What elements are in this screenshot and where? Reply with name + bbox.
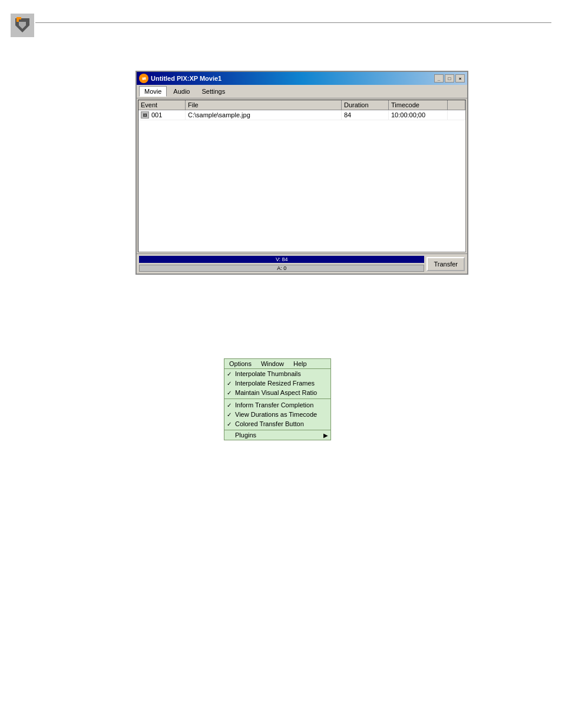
cell-extra	[448, 110, 465, 120]
tab-settings[interactable]: Settings	[196, 86, 230, 97]
a-progress-row: A: 0	[139, 264, 424, 272]
menu-item-plugins[interactable]: Plugins ▶	[224, 430, 330, 440]
a-progress-bar: A: 0	[139, 265, 424, 272]
tab-movie[interactable]: Movie	[139, 86, 167, 97]
checkmark-maintain-visual-aspect-ratio: ✓	[227, 390, 232, 396]
menu-item-view-durations-as-timecode[interactable]: ✓ View Durations as Timecode	[224, 410, 330, 419]
menu-separator-1	[224, 398, 330, 399]
menu-item-colored-transfer-button[interactable]: ✓ Colored Transfer Button	[224, 419, 330, 429]
transfer-button[interactable]: Transfer	[427, 257, 465, 271]
cell-event: 🖼 001	[138, 110, 186, 120]
col-file: File	[186, 100, 342, 110]
checkmark-interpolate-resized-frames: ✓	[227, 380, 232, 387]
checkmark-inform-transfer-completion: ✓	[227, 402, 232, 409]
svg-rect-4	[16, 17, 21, 19]
app-title-icon: ⇄	[139, 74, 148, 83]
progress-section: V: 84 A: 0	[139, 255, 424, 272]
file-icon: 🖼	[141, 111, 149, 118]
title-controls[interactable]: _ □ ×	[434, 74, 465, 83]
app-window: ⇄ Untitled PIX:XP Movie1 _ □ × Movie Aud…	[135, 71, 468, 275]
table-row[interactable]: 🖼 001 C:\sample\sample.jpg 84 10:00:00;0…	[138, 110, 465, 120]
table-header: Event File Duration Timecode	[138, 100, 465, 110]
menu-item-interpolate-resized-frames[interactable]: ✓ Interpolate Resized Frames	[224, 378, 330, 388]
tab-bar: Movie Audio Settings	[137, 85, 467, 98]
dropdown-header: Options Window Help	[224, 359, 330, 369]
cell-file: C:\sample\sample.jpg	[186, 110, 342, 120]
status-bar: V: 84 A: 0 Transfer	[137, 253, 467, 274]
options-dropdown-menu: Options Window Help ✓ Interpolate Thumbn…	[224, 358, 331, 440]
menu-help[interactable]: Help	[289, 359, 312, 368]
checkmark-colored-transfer-button: ✓	[227, 421, 232, 427]
menu-item-inform-transfer-completion[interactable]: ✓ Inform Transfer Completion	[224, 400, 330, 410]
menu-options[interactable]: Options	[224, 359, 256, 368]
col-event: Event	[138, 100, 186, 110]
close-button[interactable]: ×	[455, 74, 465, 83]
title-bar-left: ⇄ Untitled PIX:XP Movie1	[139, 74, 222, 83]
v-progress-row: V: 84	[139, 255, 424, 263]
checkmark-view-durations-as-timecode: ✓	[227, 411, 232, 418]
cell-timecode: 10:00:00;00	[389, 110, 448, 120]
tab-audio[interactable]: Audio	[168, 86, 195, 97]
v-progress-bar: V: 84	[139, 256, 424, 263]
window-title: Untitled PIX:XP Movie1	[151, 75, 222, 82]
title-bar: ⇄ Untitled PIX:XP Movie1 _ □ ×	[137, 72, 467, 85]
checkmark-interpolate-thumbnails: ✓	[227, 371, 232, 377]
col-duration: Duration	[342, 100, 389, 110]
app-logo	[11, 11, 46, 40]
col-timecode: Timecode	[389, 100, 448, 110]
col-extra	[448, 100, 465, 110]
logo-divider	[35, 22, 551, 23]
maximize-button[interactable]: □	[445, 74, 454, 83]
plugins-arrow-icon: ▶	[323, 432, 328, 439]
menu-item-interpolate-thumbnails[interactable]: ✓ Interpolate Thumbnails	[224, 369, 330, 378]
cell-duration: 84	[342, 110, 389, 120]
minimize-button[interactable]: _	[434, 74, 444, 83]
menu-item-maintain-visual-aspect-ratio[interactable]: ✓ Maintain Visual Aspect Ratio	[224, 388, 330, 397]
table-body: 🖼 001 C:\sample\sample.jpg 84 10:00:00;0…	[138, 110, 465, 252]
event-table: Event File Duration Timecode 🖼 001 C:\sa…	[138, 100, 466, 252]
menu-window[interactable]: Window	[256, 359, 289, 368]
